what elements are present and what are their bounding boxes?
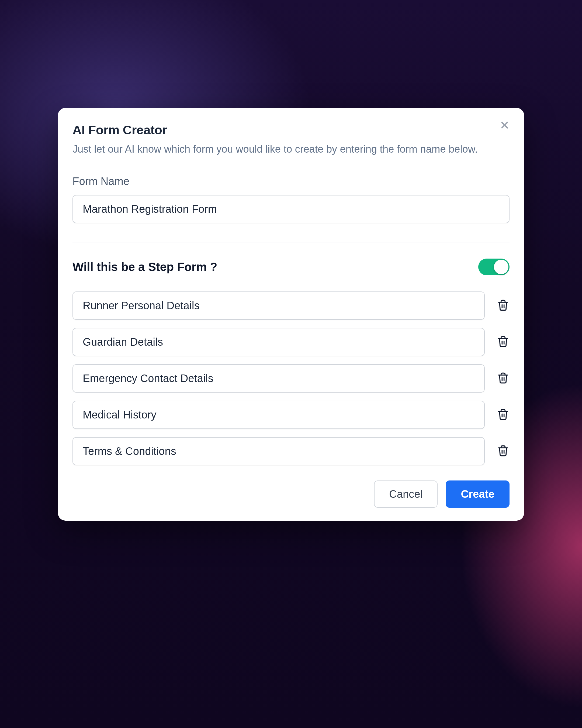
close-icon — [499, 120, 510, 132]
step-name-input[interactable] — [73, 401, 485, 429]
step-row — [73, 437, 509, 465]
step-name-input[interactable] — [73, 328, 485, 356]
modal-title: AI Form Creator — [73, 123, 509, 137]
close-button[interactable] — [498, 119, 511, 132]
ai-form-creator-modal: AI Form Creator Just let our AI know whi… — [58, 108, 524, 521]
divider — [73, 242, 509, 242]
form-name-label: Form Name — [73, 175, 509, 187]
trash-icon — [497, 299, 509, 312]
step-row — [73, 291, 509, 320]
toggle-knob — [494, 260, 508, 274]
create-button[interactable]: Create — [446, 480, 509, 508]
cancel-button[interactable]: Cancel — [374, 480, 438, 508]
modal-subtitle: Just let our AI know which form you woul… — [73, 142, 493, 156]
delete-step-button[interactable] — [497, 372, 509, 385]
step-form-toggle-row: Will this be a Step Form ? — [73, 259, 509, 275]
steps-list — [73, 291, 509, 465]
step-row — [73, 328, 509, 356]
step-row — [73, 364, 509, 393]
step-name-input[interactable] — [73, 364, 485, 393]
step-form-question: Will this be a Step Form ? — [73, 260, 217, 274]
trash-icon — [497, 445, 509, 458]
form-name-input[interactable] — [73, 195, 509, 223]
step-row — [73, 401, 509, 429]
step-form-toggle[interactable] — [478, 259, 509, 275]
trash-icon — [497, 372, 509, 385]
delete-step-button[interactable] — [497, 336, 509, 348]
delete-step-button[interactable] — [497, 445, 509, 458]
delete-step-button[interactable] — [497, 299, 509, 312]
trash-icon — [497, 336, 509, 348]
trash-icon — [497, 409, 509, 421]
step-name-input[interactable] — [73, 291, 485, 320]
step-name-input[interactable] — [73, 437, 485, 465]
delete-step-button[interactable] — [497, 409, 509, 421]
modal-footer: Cancel Create — [73, 480, 509, 508]
